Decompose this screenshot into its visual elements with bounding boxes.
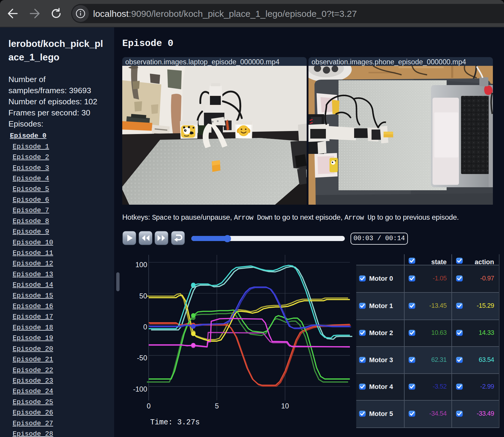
svg-text:5: 5 [215,402,219,410]
svg-text:0: 0 [143,323,147,331]
svg-text:50: 50 [139,292,147,300]
svg-text:Time: 3.27s: Time: 3.27s [150,418,200,427]
svg-text:-50: -50 [137,354,147,362]
svg-text:100: 100 [135,261,147,269]
svg-text:0: 0 [147,402,150,410]
svg-text:10: 10 [281,402,289,410]
svg-text:-100: -100 [133,385,147,393]
